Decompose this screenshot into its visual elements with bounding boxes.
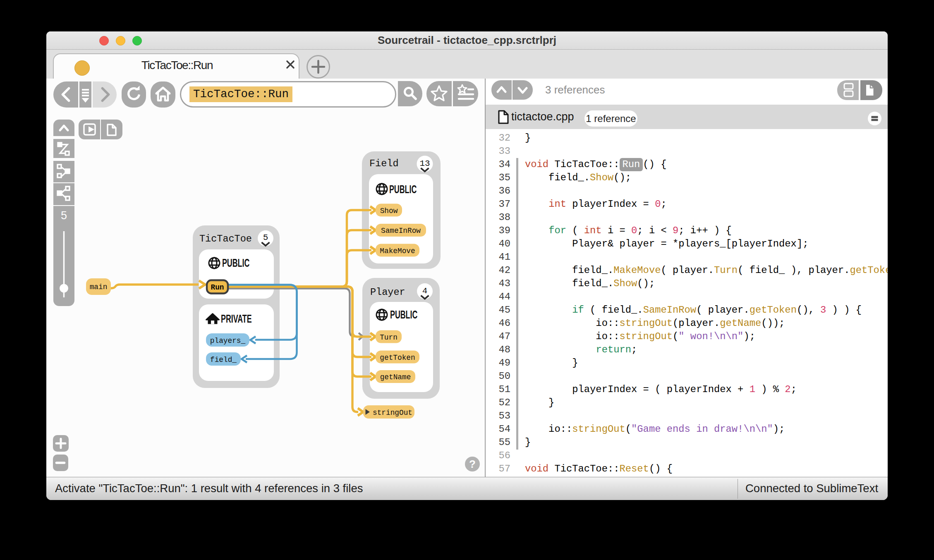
svg-text:PUBLIC: PUBLIC [389, 183, 417, 196]
svg-text:stringOut: stringOut [373, 409, 412, 417]
svg-text:5: 5 [61, 209, 67, 222]
svg-text:main: main [90, 283, 108, 291]
svg-text:PRIVATE: PRIVATE [221, 312, 252, 325]
svg-text:Player: Player [370, 287, 405, 298]
svg-text:getName: getName [380, 373, 411, 381]
svg-text:getToken: getToken [380, 354, 415, 362]
svg-text:5: 5 [263, 233, 268, 242]
svg-text:PUBLIC: PUBLIC [222, 256, 249, 269]
svg-text:players_: players_ [210, 337, 246, 345]
svg-text:Run: Run [211, 283, 224, 292]
svg-text:SameInRow: SameInRow [381, 227, 421, 235]
svg-text:?: ? [469, 458, 476, 470]
svg-text:13: 13 [419, 159, 430, 168]
svg-text:Field: Field [369, 158, 399, 169]
svg-text:field_: field_ [210, 356, 237, 364]
svg-text:PUBLIC: PUBLIC [390, 308, 417, 321]
svg-text:4: 4 [422, 286, 428, 296]
svg-text:Turn: Turn [380, 333, 398, 342]
svg-text:MakeMove: MakeMove [380, 247, 415, 255]
svg-text:TicTacToe: TicTacToe [199, 233, 252, 244]
svg-text:Show: Show [380, 207, 398, 215]
